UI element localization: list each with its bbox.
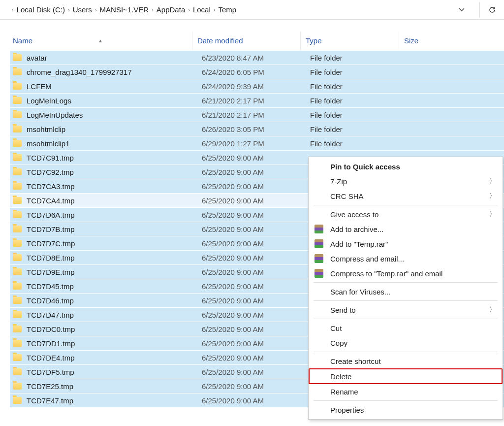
menu-item-label: Pin to Quick access	[330, 163, 400, 171]
file-type: File folder	[310, 82, 409, 91]
table-row[interactable]: msohtmlclip6/26/2020 3:05 PMFile folder	[10, 122, 504, 136]
file-date: 6/24/2020 9:39 AM	[202, 82, 310, 91]
chevron-right-icon: ›	[12, 7, 14, 13]
address-bar: ›Local Disk (C:)›Users›MANSI~1.VER›AppDa…	[0, 0, 504, 20]
menu-item-label: 7-Zip	[330, 177, 347, 186]
file-name: TCD7E47.tmp	[27, 396, 73, 405]
file-type: File folder	[310, 97, 409, 105]
menu-compress-and-email[interactable]: Compress and email...	[309, 251, 503, 266]
menu-give-access-to[interactable]: Give access to 〉	[309, 207, 503, 222]
menu-copy[interactable]: Copy	[309, 335, 503, 350]
menu-create-shortcut[interactable]: Create shortcut	[309, 354, 503, 368]
menu-item-label: Compress to "Temp.rar" and email	[330, 269, 442, 278]
chevron-right-icon: ›	[152, 7, 154, 13]
file-name: TCD7DE4.tmp	[27, 354, 75, 362]
file-name: TCD7D7C.tmp	[27, 239, 75, 248]
table-row[interactable]: LCFEM6/24/2020 9:39 AMFile folder	[10, 79, 504, 93]
column-header-size-label: Size	[404, 36, 418, 45]
file-date: 6/21/2020 2:17 PM	[202, 111, 310, 119]
chevron-right-icon: ›	[95, 7, 97, 13]
file-date: 6/25/2020 9:00 AM	[202, 239, 310, 248]
column-header-type[interactable]: Type	[300, 32, 399, 50]
breadcrumb-item[interactable]: ›Temp	[211, 5, 236, 14]
breadcrumb-item[interactable]: ›Local	[185, 5, 211, 14]
folder-icon	[13, 97, 22, 104]
folder-icon	[13, 283, 22, 290]
file-date: 6/25/2020 9:00 AM	[202, 339, 310, 348]
file-name: msohtmlclip1	[27, 139, 70, 148]
file-type: File folder	[310, 125, 409, 133]
breadcrumb-dropdown-button[interactable]	[453, 2, 471, 18]
folder-icon	[13, 240, 22, 247]
archive-icon	[315, 225, 323, 233]
folder-icon	[13, 197, 22, 204]
archive-icon	[315, 254, 323, 263]
file-name: TCD7D45.tmp	[27, 282, 74, 291]
column-header-size[interactable]: Size	[399, 32, 458, 50]
column-header-name-label: Name	[13, 36, 32, 45]
folder-icon	[13, 211, 22, 218]
file-date: 6/25/2020 9:00 AM	[202, 311, 310, 319]
table-row[interactable]: chrome_drag1340_17999273176/24/2020 6:05…	[10, 65, 504, 79]
table-row[interactable]: LogMeInLogs6/21/2020 2:17 PMFile folder	[10, 93, 504, 107]
file-date: 6/25/2020 9:00 AM	[202, 254, 310, 262]
menu-item-label: Delete	[330, 372, 351, 381]
menu-compress-temp-and-email[interactable]: Compress to "Temp.rar" and email	[309, 266, 503, 281]
menu-cut[interactable]: Cut	[309, 321, 503, 335]
menu-item-label: Cut	[330, 324, 342, 332]
folder-icon	[13, 126, 22, 132]
menu-separator	[314, 300, 498, 301]
menu-send-to[interactable]: Send to 〉	[309, 302, 503, 317]
archive-icon	[315, 239, 323, 248]
menu-delete[interactable]: Delete	[309, 368, 503, 384]
file-date: 6/25/2020 9:00 AM	[202, 268, 310, 276]
menu-properties[interactable]: Properties	[309, 402, 503, 417]
file-date: 6/26/2020 3:05 PM	[202, 125, 310, 133]
folder-icon	[13, 226, 22, 232]
archive-icon	[315, 269, 323, 278]
menu-crc-sha[interactable]: CRC SHA 〉	[309, 189, 503, 203]
folder-icon	[13, 168, 22, 175]
folder-icon	[13, 297, 22, 304]
folder-icon	[13, 68, 22, 75]
breadcrumb-item[interactable]: ›Local Disk (C:)	[9, 5, 65, 14]
file-name: TCD7E25.tmp	[27, 382, 73, 391]
column-header-date[interactable]: Date modified	[192, 32, 300, 50]
folder-icon	[13, 368, 22, 375]
menu-7zip[interactable]: 7-Zip 〉	[309, 174, 503, 189]
menu-rename[interactable]: Rename	[309, 384, 503, 399]
folder-icon	[13, 154, 22, 161]
breadcrumb-item[interactable]: ›Users	[65, 5, 92, 14]
chevron-right-icon: ›	[68, 7, 70, 13]
file-type: File folder	[310, 139, 409, 148]
chevron-right-icon: 〉	[489, 192, 496, 200]
folder-icon	[13, 254, 22, 261]
column-header-name[interactable]: Name ▲	[0, 36, 192, 45]
breadcrumb-item[interactable]: ›MANSI~1.VER	[92, 5, 149, 14]
menu-pin-to-quick-access[interactable]: Pin to Quick access	[309, 159, 503, 174]
table-row[interactable]: avatar6/23/2020 8:47 AMFile folder	[10, 50, 504, 65]
menu-item-label: Add to "Temp.rar"	[330, 240, 388, 248]
folder-icon	[13, 397, 22, 404]
file-name: TCD7D7B.tmp	[27, 225, 75, 233]
file-date: 6/25/2020 9:00 AM	[202, 368, 310, 376]
file-name: TCD7C91.tmp	[27, 154, 74, 162]
menu-add-to-archive[interactable]: Add to archive...	[309, 222, 503, 236]
breadcrumb[interactable]: ›Local Disk (C:)›Users›MANSI~1.VER›AppDa…	[4, 5, 453, 14]
menu-scan-for-viruses[interactable]: Scan for Viruses...	[309, 284, 503, 299]
menu-item-label: Properties	[330, 406, 364, 414]
refresh-button[interactable]	[479, 2, 497, 18]
file-date: 6/25/2020 9:00 AM	[202, 225, 310, 233]
menu-add-to-temp-rar[interactable]: Add to "Temp.rar"	[309, 236, 503, 251]
file-date: 6/25/2020 9:00 AM	[202, 296, 310, 305]
breadcrumb-item[interactable]: ›AppData	[149, 5, 185, 14]
menu-separator	[314, 319, 498, 319]
menu-item-label: Compress and email...	[330, 255, 404, 263]
file-date: 6/25/2020 9:00 AM	[202, 354, 310, 362]
breadcrumb-label: Users	[73, 5, 92, 14]
table-row[interactable]: LogMeInUpdates6/21/2020 2:17 PMFile fold…	[10, 107, 504, 122]
table-row[interactable]: msohtmlclip16/29/2020 1:27 PMFile folder	[10, 136, 504, 150]
file-name: LogMeInUpdates	[27, 111, 83, 119]
column-header-row: Name ▲ Date modified Type Size	[0, 32, 504, 50]
file-date: 6/25/2020 9:00 AM	[202, 325, 310, 333]
